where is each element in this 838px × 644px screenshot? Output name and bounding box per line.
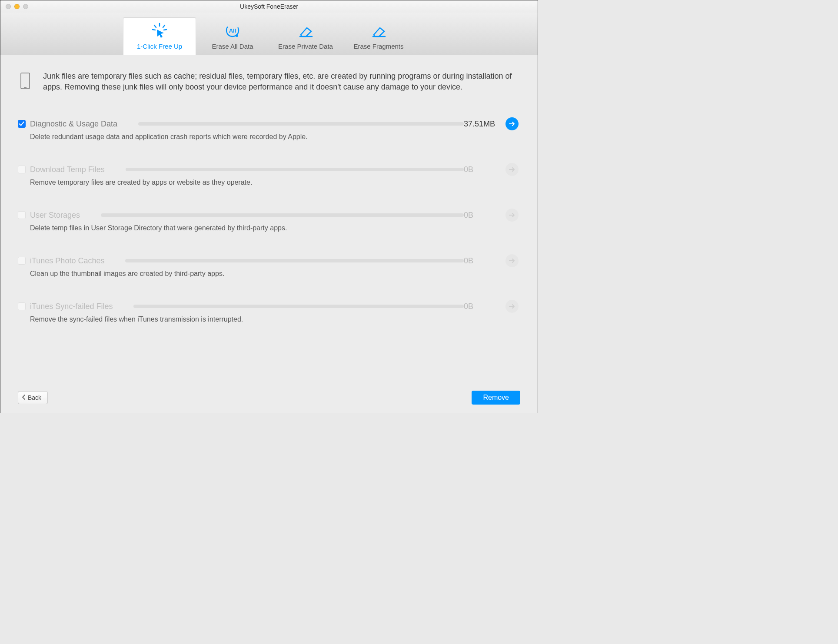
erase-all-icon: All [223, 23, 243, 39]
checkbox[interactable] [18, 120, 26, 128]
app-window: UkeySoft FoneEraser 1-Click Free Up [0, 0, 538, 413]
intro-row: Junk files are temporary files such as c… [18, 71, 520, 93]
eraser-icon [369, 23, 389, 39]
arrow-right-icon [505, 209, 519, 222]
item-desc: Delete redundant usage data and applicat… [30, 133, 520, 141]
progress-track [126, 168, 464, 171]
progress-track [138, 122, 464, 126]
svg-point-7 [236, 34, 238, 37]
list-item: User Storages0BDelete temp files in User… [18, 210, 520, 232]
item-desc: Remove the sync-failed files when iTunes… [30, 315, 520, 323]
tab-label: Erase Private Data [278, 43, 333, 50]
list-item: Download Temp Files0BRemove temporary fi… [18, 164, 520, 186]
close-icon[interactable] [6, 4, 11, 9]
tab-label: Erase Fragments [353, 43, 403, 50]
phone-icon [18, 71, 33, 89]
item-title: User Storages [30, 210, 80, 220]
window-title: UkeySoft FoneEraser [0, 3, 538, 10]
checkbox [18, 211, 26, 219]
arrow-right-icon[interactable] [505, 117, 519, 130]
checkbox [18, 302, 26, 310]
item-size: 0B [464, 210, 503, 220]
item-title: Download Temp Files [30, 165, 105, 174]
checkbox [18, 166, 26, 173]
item-title: iTunes Sync-failed Files [30, 302, 113, 311]
progress-track [101, 213, 464, 217]
item-title: Diagnostic & Usage Data [30, 119, 117, 129]
item-size: 0B [464, 164, 503, 175]
remove-button[interactable]: Remove [472, 391, 520, 405]
item-size: 0B [464, 256, 503, 266]
list-item: iTunes Photo Caches0BClean up the thumbn… [18, 256, 520, 278]
item-desc: Clean up the thumbnail images are create… [30, 270, 520, 278]
svg-line-2 [163, 25, 165, 27]
tab-1click-freeup[interactable]: 1-Click Free Up [123, 17, 196, 55]
list-item: Diagnostic & Usage Data37.51MBDelete red… [18, 119, 520, 141]
checkbox [18, 257, 26, 265]
cursor-click-icon [150, 23, 170, 39]
tab-label: Erase All Data [212, 43, 253, 50]
arrow-right-icon [505, 300, 519, 313]
svg-rect-10 [21, 73, 30, 89]
progress-track [125, 259, 464, 262]
toolbar-tabs: 1-Click Free Up All Erase All Data Erase… [0, 13, 538, 55]
list-item: iTunes Sync-failed Files0BRemove the syn… [18, 301, 520, 323]
intro-text: Junk files are temporary files such as c… [43, 71, 520, 93]
item-size: 0B [464, 301, 503, 312]
eraser-icon [296, 23, 316, 39]
footer: Back Remove [0, 382, 538, 413]
svg-line-4 [164, 30, 166, 30]
arrow-right-icon [505, 254, 519, 267]
svg-text:All: All [229, 27, 236, 34]
titlebar: UkeySoft FoneEraser [0, 0, 538, 13]
item-desc: Remove temporary files are created by ap… [30, 179, 520, 186]
item-desc: Delete temp files in User Storage Direct… [30, 224, 520, 232]
remove-label: Remove [483, 394, 509, 401]
tab-erase-fragments[interactable]: Erase Fragments [342, 17, 415, 55]
minimize-icon[interactable] [14, 4, 20, 9]
traffic-lights [0, 4, 28, 9]
tab-label: 1-Click Free Up [137, 43, 182, 50]
item-title: iTunes Photo Caches [30, 256, 104, 266]
item-size: 37.51MB [464, 119, 503, 129]
back-label: Back [28, 394, 41, 401]
chevron-left-icon [22, 394, 26, 401]
progress-track [133, 305, 464, 308]
svg-line-3 [153, 30, 155, 30]
arrow-right-icon [505, 163, 519, 176]
tab-erase-private[interactable]: Erase Private Data [269, 17, 342, 55]
zoom-icon[interactable] [23, 4, 28, 9]
content-area: Junk files are temporary files such as c… [0, 55, 538, 382]
back-button[interactable]: Back [18, 391, 48, 404]
svg-line-1 [154, 25, 156, 27]
tab-erase-all[interactable]: All Erase All Data [196, 17, 269, 55]
items-list: Diagnostic & Usage Data37.51MBDelete red… [18, 119, 520, 323]
